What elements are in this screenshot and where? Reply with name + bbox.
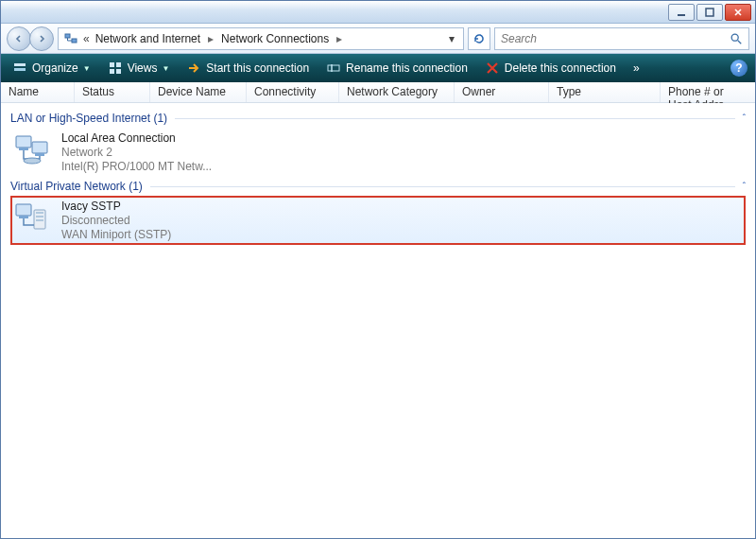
connection-status: Disconnected <box>61 214 171 227</box>
delete-label: Delete this connection <box>505 61 616 75</box>
svg-rect-3 <box>72 39 77 43</box>
chevron-right-icon: ▸ <box>335 32 344 45</box>
column-headers: Name Status Device Name Connectivity Net… <box>1 82 755 103</box>
connection-title: Ivacy SSTP <box>61 200 171 213</box>
connection-title: Local Area Connection <box>61 131 212 145</box>
svg-rect-7 <box>110 62 114 67</box>
start-connection-button[interactable]: Start this connection <box>182 59 313 78</box>
question-icon: ? <box>735 61 742 75</box>
forward-button[interactable] <box>29 26 54 51</box>
content-area: LAN or High-Speed Internet (1) ˆ Local A… <box>1 103 755 538</box>
organize-menu[interactable]: Organize ▼ <box>9 59 94 78</box>
breadcrumb-item[interactable]: Network and Internet <box>90 32 206 45</box>
svg-rect-12 <box>16 136 31 148</box>
column-status[interactable]: Status <box>75 82 150 102</box>
overflow-label: » <box>633 61 640 75</box>
maximize-button[interactable] <box>696 4 723 21</box>
svg-rect-10 <box>116 69 121 74</box>
organize-icon <box>12 61 27 76</box>
svg-rect-6 <box>14 68 26 71</box>
navigation-bar: « Network and Internet ▸ Network Connect… <box>1 24 755 54</box>
svg-rect-8 <box>116 62 121 67</box>
svg-rect-18 <box>19 216 28 218</box>
toolbar-overflow[interactable]: » <box>629 60 644 77</box>
views-label: Views <box>128 61 158 75</box>
breadcrumb-item[interactable]: Network Connections <box>215 32 335 45</box>
svg-rect-11 <box>328 65 339 71</box>
start-label: Start this connection <box>206 61 309 75</box>
svg-rect-9 <box>110 69 114 74</box>
rename-icon <box>326 61 341 76</box>
rename-connection-button[interactable]: Rename this connection <box>322 59 472 78</box>
explorer-window: « Network and Internet ▸ Network Connect… <box>0 0 756 539</box>
chevron-up-icon: ˆ <box>743 182 746 192</box>
svg-rect-17 <box>16 204 31 216</box>
chevron-up-icon: ˆ <box>743 113 746 124</box>
command-bar: Organize ▼ Views ▼ Start this connection… <box>1 54 755 82</box>
lan-connection-icon <box>12 131 52 167</box>
address-bar[interactable]: « Network and Internet ▸ Network Connect… <box>58 27 464 50</box>
connection-item-selected[interactable]: Ivacy SSTP Disconnected WAN Miniport (SS… <box>10 196 746 245</box>
search-icon <box>730 32 743 45</box>
caret-down-icon: ▼ <box>83 64 91 73</box>
arrow-right-icon <box>186 61 201 76</box>
search-input[interactable] <box>501 32 730 45</box>
views-menu[interactable]: Views ▼ <box>104 59 174 78</box>
nav-arrows <box>7 26 54 51</box>
group-label: Virtual Private Network (1) <box>10 180 143 193</box>
help-button[interactable]: ? <box>730 60 747 77</box>
group-header-lan[interactable]: LAN or High-Speed Internet (1) ˆ <box>10 109 746 128</box>
minimize-button[interactable] <box>668 4 695 21</box>
svg-rect-22 <box>36 219 43 221</box>
search-box[interactable] <box>494 27 749 50</box>
rename-label: Rename this connection <box>346 61 468 75</box>
delete-icon <box>485 61 500 76</box>
vpn-connection-icon <box>12 200 52 235</box>
column-name[interactable]: Name <box>1 82 75 102</box>
svg-rect-13 <box>32 142 47 153</box>
column-phone[interactable]: Phone # or Host Addre... <box>661 82 755 102</box>
svg-rect-20 <box>36 212 43 214</box>
connection-device: WAN Miniport (SSTP) <box>61 228 171 241</box>
column-category[interactable]: Network Category <box>339 82 455 102</box>
organize-label: Organize <box>32 61 78 75</box>
svg-rect-14 <box>19 148 28 150</box>
column-connectivity[interactable]: Connectivity <box>247 82 339 102</box>
chevron-right-icon: ▸ <box>206 32 215 45</box>
caret-down-icon: ▼ <box>162 64 169 73</box>
delete-connection-button[interactable]: Delete this connection <box>481 59 620 78</box>
svg-rect-15 <box>35 153 44 156</box>
svg-rect-1 <box>706 9 713 16</box>
connection-item[interactable]: Local Area Connection Network 2 Intel(R)… <box>10 128 746 177</box>
back-button[interactable] <box>7 26 31 51</box>
svg-rect-21 <box>36 216 43 217</box>
address-dropdown[interactable]: ▾ <box>444 32 459 45</box>
svg-point-16 <box>24 158 41 164</box>
breadcrumb-prefix: « <box>83 32 90 45</box>
column-device[interactable]: Device Name <box>150 82 247 102</box>
column-type[interactable]: Type <box>549 82 661 102</box>
column-owner[interactable]: Owner <box>455 82 549 102</box>
svg-point-4 <box>731 34 738 41</box>
connection-status: Network 2 <box>61 146 212 159</box>
svg-rect-5 <box>14 63 26 66</box>
group-label: LAN or High-Speed Internet (1) <box>10 112 167 125</box>
views-icon <box>108 61 123 76</box>
group-header-vpn[interactable]: Virtual Private Network (1) ˆ <box>10 177 746 196</box>
network-icon <box>62 30 79 47</box>
refresh-button[interactable] <box>468 27 490 50</box>
svg-rect-0 <box>678 14 685 16</box>
titlebar <box>1 1 755 24</box>
svg-rect-2 <box>65 34 70 38</box>
connection-device: Intel(R) PRO/1000 MT Netw... <box>61 160 212 173</box>
close-button[interactable] <box>725 4 751 21</box>
